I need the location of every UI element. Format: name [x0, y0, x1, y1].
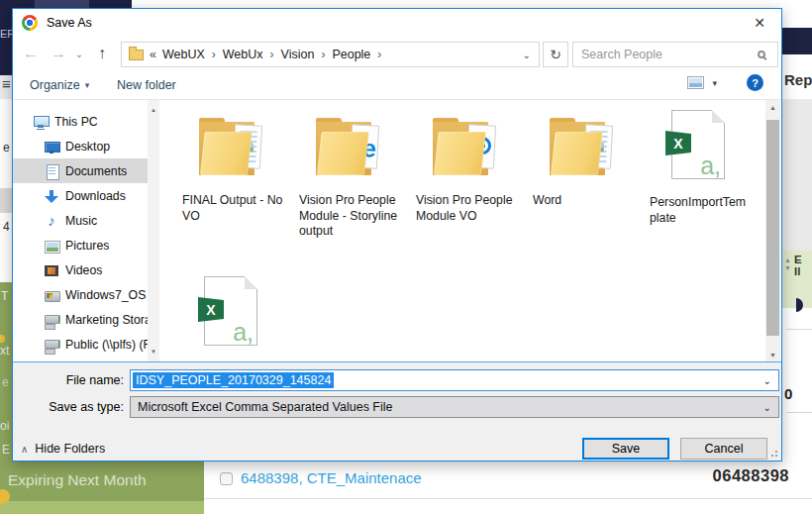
text-fragment: e: [2, 375, 9, 389]
chevron-down-icon[interactable]: ⌄: [757, 375, 778, 386]
file-item-storyline-output[interactable]: e Vision Pro People Module - Storyline o…: [295, 106, 400, 240]
sort-down-icon: ▼: [784, 264, 791, 271]
save-as-dialog: Save As ✕ ← → ⌄ ↑ « WebUX › WebUx › Visi…: [12, 8, 782, 462]
forward-button[interactable]: →: [47, 42, 70, 65]
organize-button[interactable]: Organize ▾: [30, 75, 89, 95]
save-button[interactable]: Save: [582, 438, 669, 460]
up-button[interactable]: ↑: [90, 42, 114, 65]
file-item-module-vo[interactable]: Vision Pro People Module VO: [412, 106, 517, 224]
file-item-final-output[interactable]: FINAL Output - No VO: [178, 106, 283, 224]
dialog-body: This PC Desktop Documents Downloads ♪ Mu…: [13, 100, 781, 361]
chevron-right-icon[interactable]: ›: [266, 48, 278, 61]
page-fold-icon: [245, 276, 257, 289]
page-fold-icon: [712, 110, 725, 123]
excel-csv-icon: X a,: [671, 110, 725, 179]
file-item-word[interactable]: Word: [529, 106, 634, 209]
address-dropdown-button[interactable]: ⌄: [515, 50, 539, 60]
background-right-strip: Rep ▲ ▼ E Il 0: [782, 0, 812, 514]
column-header-fragment: E: [794, 254, 802, 265]
text-fragment: oi: [0, 419, 9, 433]
scrollbar-thumb[interactable]: [766, 120, 779, 336]
help-button[interactable]: ?: [747, 74, 763, 91]
chevron-right-icon[interactable]: ›: [208, 48, 220, 61]
refresh-icon: ↻: [550, 47, 561, 62]
folder-icon: [549, 118, 614, 177]
save-type-select[interactable]: Microsoft Excel Comma Separated Values F…: [130, 396, 779, 418]
csv-a-glyph: a,: [700, 152, 721, 180]
help-icon: ?: [752, 77, 759, 89]
sidebar-item-desktop[interactable]: Desktop: [13, 134, 148, 158]
search-icon: [758, 51, 765, 58]
row-checkbox[interactable]: [220, 472, 233, 485]
save-type-value: Microsoft Excel Comma Separated Values F…: [131, 400, 393, 414]
breadcrumb-item-webux[interactable]: WebUX: [159, 48, 208, 61]
sidebar-item-music[interactable]: ♪ Music: [13, 208, 148, 233]
title-bar[interactable]: Save As ✕: [13, 9, 781, 37]
file-list: FINAL Output - No VO e Vision Pro People…: [161, 100, 764, 361]
file-list-scrollbar[interactable]: ▲ ▼: [765, 100, 780, 361]
dialog-footer-area: File name: IDSY_PEOPLE_20170329_145824 ⌄…: [13, 361, 781, 461]
sidebar-scrollbar[interactable]: ▲ ▼: [148, 100, 159, 361]
pc-icon: [33, 114, 49, 130]
chevron-down-icon: ▾: [85, 80, 90, 90]
background-browser-tab: [35, 0, 89, 8]
recent-locations-button[interactable]: ⌄: [72, 42, 86, 65]
folder-icon: [129, 50, 144, 60]
search-box[interactable]: [572, 42, 778, 67]
text-fragment: ER: [0, 27, 12, 41]
text-fragment: xt: [0, 344, 9, 358]
dialog-title: Save As: [47, 16, 92, 30]
chevron-right-icon[interactable]: ›: [373, 48, 385, 61]
excel-x-badge: X: [198, 297, 224, 322]
view-mode-icon[interactable]: [687, 76, 704, 89]
menu-icon: ≡: [2, 77, 11, 91]
sidebar-item-public[interactable]: Public (\\plfs) (F: [13, 332, 148, 357]
breadcrumb-overflow-icon[interactable]: «: [149, 48, 159, 61]
close-icon: ✕: [754, 15, 765, 31]
navigation-pane: This PC Desktop Documents Downloads ♪ Mu…: [13, 100, 148, 361]
sidebar-item-pictures[interactable]: Pictures: [13, 233, 148, 257]
file-name-input[interactable]: IDSY_PEOPLE_20170329_145824 ⌄: [130, 369, 779, 391]
scroll-up-icon[interactable]: ▲: [148, 103, 159, 116]
text-fragment: e: [3, 141, 10, 154]
hide-folders-button[interactable]: ∧ Hide Folders: [21, 442, 105, 456]
close-button[interactable]: ✕: [744, 12, 775, 34]
scroll-down-icon[interactable]: ▼: [148, 345, 159, 358]
sidebar-item-videos[interactable]: Videos: [13, 257, 148, 282]
sidebar-item-marketing-storage[interactable]: Marketing Storag: [13, 307, 148, 332]
resize-grip[interactable]: [775, 455, 777, 457]
refresh-button[interactable]: ↻: [543, 42, 568, 67]
command-toolbar: Organize ▾ New folder ▾ ?: [13, 70, 781, 100]
breadcrumb-item-vision[interactable]: Vision: [278, 48, 318, 61]
text-fragment: 4: [3, 220, 10, 234]
sidebar-item-documents[interactable]: Documents: [13, 158, 148, 183]
back-icon: ←: [23, 45, 39, 62]
breadcrumb-item-people[interactable]: People: [329, 48, 373, 61]
file-item-person-import-template[interactable]: X a, PersonImportTemplate: [646, 106, 751, 226]
cancel-button[interactable]: Cancel: [680, 438, 767, 460]
sidebar-item-downloads[interactable]: Downloads: [13, 183, 148, 208]
scroll-up-icon[interactable]: ▲: [765, 100, 780, 114]
breadcrumb[interactable]: « WebUX › WebUx › Vision › People › ⌄: [121, 42, 540, 67]
back-button[interactable]: ←: [19, 42, 43, 65]
sidebar-item-this-pc[interactable]: This PC: [13, 109, 148, 134]
picture-icon: [44, 238, 59, 254]
background-left-strip: ER ≡ e 4 T xt e oi E: [0, 0, 12, 514]
search-input[interactable]: [573, 48, 758, 61]
file-name-value: IDSY_PEOPLE_20170329_145824: [133, 372, 334, 388]
sidebar-item-expiring-next-month[interactable]: Expiring Next Month: [8, 471, 147, 489]
new-folder-button[interactable]: New folder: [117, 75, 176, 95]
file-item-testuser[interactable]: X a, testuser: [178, 264, 283, 361]
breadcrumb-item-webux2[interactable]: WebUx: [220, 48, 266, 61]
chevron-down-icon[interactable]: ⌄: [757, 402, 778, 413]
sidebar-item-windows7-os[interactable]: Windows7_OS (C: [13, 282, 148, 307]
network-drive-icon: [44, 312, 59, 328]
csv-a-glyph: a,: [233, 318, 254, 347]
folder-icon: [432, 118, 497, 177]
scroll-down-icon[interactable]: ▼: [765, 348, 780, 361]
record-link[interactable]: 6488398, CTE_Maintenace: [241, 469, 422, 486]
column-header-fragment: Il: [794, 265, 800, 277]
view-mode-dropdown[interactable]: ▾: [712, 78, 717, 88]
new-folder-label: New folder: [117, 78, 176, 92]
chevron-right-icon[interactable]: ›: [317, 48, 329, 61]
